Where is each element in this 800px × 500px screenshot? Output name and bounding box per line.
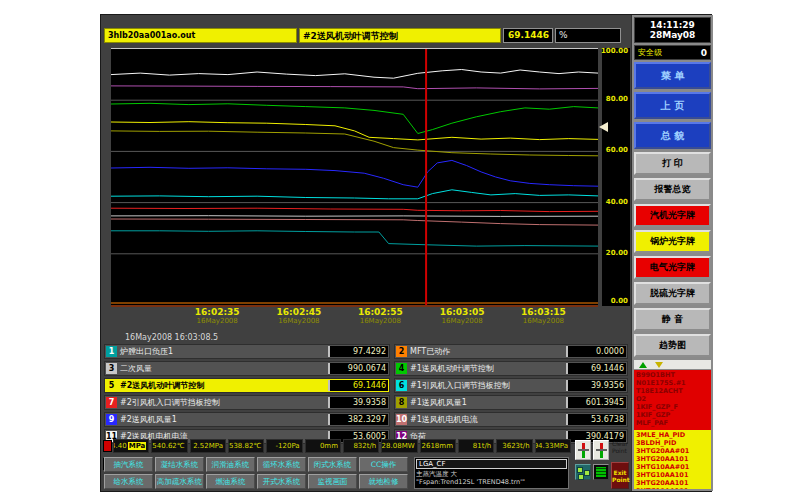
- y-axis-tick: 40.00: [606, 199, 628, 206]
- sidebar-button[interactable]: 趋势图: [634, 334, 711, 357]
- status-value: -120Pa: [266, 439, 302, 453]
- alarm-tag[interactable]: 1KlF_GZP_F: [636, 403, 709, 411]
- status-value: 3623t/h: [496, 439, 532, 453]
- sidebar-button[interactable]: 电气光字牌: [634, 256, 711, 279]
- status-number: 2618mm: [422, 442, 453, 450]
- legend-point-label: #1送风机电机电流: [408, 414, 566, 425]
- legend-row[interactable]: 3二次风量990.0674: [104, 361, 390, 376]
- scroll-down-icon[interactable]: [655, 362, 663, 368]
- system-page-button[interactable]: 给水系统: [104, 474, 153, 489]
- status-number: -94.33MPa: [535, 442, 568, 450]
- alarm-tag[interactable]: B99O1BHT: [636, 371, 709, 379]
- sidebar-nav-button[interactable]: 上 页: [634, 92, 711, 119]
- alarm-tag[interactable]: 3HTG10AA101: [636, 487, 709, 489]
- message-console: LGA_CF 主蒸汽温度 大 "Fspan:Trend12SL 'TREND48…: [414, 457, 569, 489]
- x-axis-tick: 16:02:4516May2008: [277, 307, 322, 325]
- sidebar-button[interactable]: 打 印: [634, 152, 711, 175]
- sidebar-nav-button[interactable]: 菜 单: [634, 62, 711, 89]
- trend-plot-area[interactable]: [111, 48, 598, 307]
- dcs-trend-window: 3hlb20aa001ao.out #2送风机动叶调节控制 69.1446 % …: [100, 14, 712, 492]
- alarm-tag[interactable]: 3BLDH_PID: [636, 439, 709, 447]
- status-number: 81t/h: [473, 442, 491, 450]
- legend-color-swatch: 5: [106, 380, 117, 391]
- system-page-button[interactable]: 抽汽系统: [104, 457, 153, 472]
- indicator-button-1[interactable]: [575, 440, 591, 460]
- status-number: 832t/h: [353, 442, 376, 450]
- legend-point-value: 39.9356: [566, 380, 626, 391]
- system-page-button[interactable]: 循环水系统: [257, 457, 306, 472]
- tick-time: 16:03:05: [440, 307, 485, 317]
- alarm-tag[interactable]: 3MLE_HA_PID: [636, 431, 709, 439]
- legend-row[interactable]: 9#2送风机风量1382.3297: [104, 412, 390, 427]
- legend-row[interactable]: 10#1送风机电机电流53.6738: [394, 412, 628, 427]
- trend-series: [111, 219, 598, 225]
- system-page-button[interactable]: 闭式水系统: [308, 457, 357, 472]
- alarm-tag[interactable]: T18E12ACHT: [636, 387, 709, 395]
- system-page-button[interactable]: 监视画面: [308, 474, 357, 489]
- alarm-tag[interactable]: 3HTG20AA101: [636, 479, 709, 487]
- selected-point-title[interactable]: #2送风机动叶调节控制: [299, 28, 501, 43]
- trend-series: [111, 122, 598, 140]
- sidebar-button[interactable]: 静 音: [634, 308, 711, 331]
- trend-series: [111, 131, 598, 156]
- alarm-tag[interactable]: 3HTG20AA101: [636, 455, 709, 463]
- indicator-button-2[interactable]: [593, 440, 609, 460]
- system-page-button[interactable]: CC操作: [359, 457, 408, 472]
- grid-view-button[interactable]: [593, 464, 609, 480]
- sidebar-button[interactable]: 报警总览: [634, 178, 711, 201]
- console-selected-item[interactable]: LGA_CF: [416, 459, 567, 469]
- system-page-button[interactable]: 燃油系统: [206, 474, 255, 489]
- system-page-button[interactable]: 开式水系统: [257, 474, 306, 489]
- status-value: 0mm: [305, 439, 341, 453]
- exit-button[interactable]: Exit Point: [611, 462, 629, 489]
- legend-row[interactable]: 6#1引风机入口调节挡板控制39.9356: [394, 378, 628, 393]
- status-value: 128.08MW: [381, 439, 417, 453]
- legend-point-value: 990.0674: [328, 363, 388, 374]
- system-page-button[interactable]: 就地检修: [359, 474, 408, 489]
- sidebar-nav-button[interactable]: 总 貌: [634, 122, 711, 149]
- legend-row[interactable]: 8#1送风机风量1601.3945: [394, 395, 628, 410]
- y-axis-tick: 0.00: [611, 298, 628, 305]
- unit-label: %: [555, 28, 621, 43]
- alarm-tag[interactable]: 3HTG10AA#01: [636, 463, 709, 471]
- system-buttons-row-2: 给水系统高加疏水系统燃油系统开式水系统监视画面就地检修: [104, 474, 408, 489]
- legend-row[interactable]: 7#2引风机入口调节挡板控制39.9358: [104, 395, 390, 410]
- alarm-tag[interactable]: 1KlF_GZP: [636, 411, 709, 419]
- legend-cursor-timestamp: 16May2008 16:03:08.5: [125, 333, 218, 342]
- sidebar-button[interactable]: 锅炉光字牌: [634, 230, 711, 253]
- alarm-tag[interactable]: O2: [636, 395, 709, 403]
- status-value: 538.82℃: [228, 439, 264, 453]
- legend-row[interactable]: 4#1送风机动叶调节控制69.1446: [394, 361, 628, 376]
- system-buttons-row-1: 抽汽系统凝结水系统润滑油系统循环水系统闭式水系统CC操作: [104, 457, 408, 472]
- legend-point-label: #2送风机风量1: [118, 414, 328, 425]
- tick-date: 16May2008: [358, 317, 403, 325]
- sidebar-button[interactable]: 汽机光字牌: [634, 204, 711, 227]
- legend-point-value: 69.1446: [566, 363, 626, 374]
- tick-date: 16May2008: [440, 317, 485, 325]
- alarm-tag[interactable]: 3HTG10AA101: [636, 471, 709, 479]
- legend-row[interactable]: 5#2送风机动叶调节控制69.1446: [104, 378, 390, 393]
- system-page-button[interactable]: 高加疏水系统: [155, 474, 204, 489]
- legend-point-label: 炉膛出口负压1: [118, 346, 328, 357]
- scroll-up-icon[interactable]: [639, 362, 647, 368]
- x-axis-tick: 16:03:1516May2008: [521, 307, 566, 325]
- point-tag-field[interactable]: 3hlb20aa001ao.out: [104, 28, 297, 43]
- alarm-tag[interactable]: 3HTG20AA#01: [636, 447, 709, 455]
- legend-point-value: 39.9358: [328, 397, 388, 408]
- legend-row[interactable]: 2MFT已动作0.0000: [394, 344, 628, 359]
- alarm-list-yellow[interactable]: 3MLE_HA_PID3BLDH_PID3HTG20AA#013HTG20AA1…: [634, 430, 711, 489]
- alarm-tag[interactable]: N01E175S.#1: [636, 379, 709, 387]
- trend-series: [111, 160, 598, 187]
- status-number: 128.08MW: [381, 442, 414, 450]
- alarm-list-red[interactable]: B99O1BHTN01E175S.#1T18E12ACHTO21KlF_GZP_…: [634, 370, 711, 430]
- system-page-button[interactable]: 润滑油系统: [206, 457, 255, 472]
- network-button[interactable]: [575, 464, 591, 480]
- alarm-tag[interactable]: MLF_PAF: [636, 419, 709, 427]
- legend-point-value: 601.3945: [566, 397, 626, 408]
- grid-icon: [596, 467, 606, 477]
- sidebar-button[interactable]: 脱硫光字牌: [634, 282, 711, 305]
- value-pointer-icon[interactable]: [599, 122, 608, 132]
- system-page-button[interactable]: 凝结水系统: [155, 457, 204, 472]
- legend-point-label: #2送风机动叶调节控制: [118, 380, 328, 391]
- legend-row[interactable]: 1炉膛出口负压197.4292: [104, 344, 390, 359]
